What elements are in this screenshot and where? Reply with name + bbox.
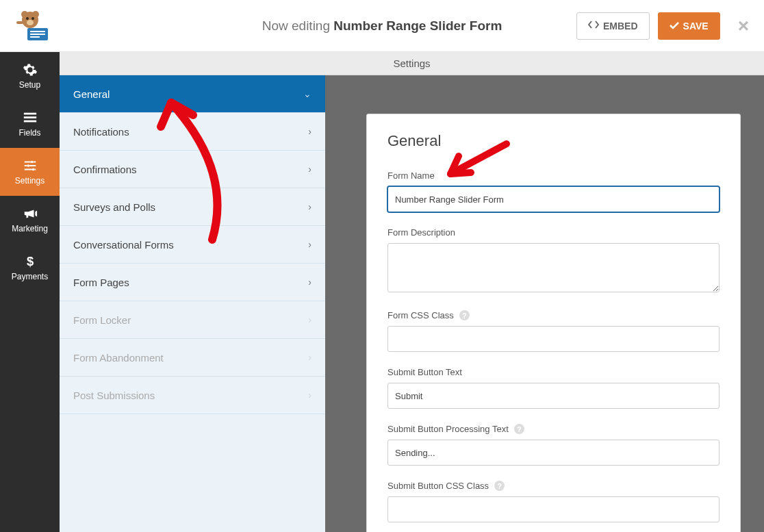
nav-payments[interactable]: $ Payments — [0, 244, 60, 292]
svg-point-14 — [30, 161, 33, 164]
chevron-right-icon: › — [308, 277, 311, 288]
save-label: SAVE — [683, 21, 709, 31]
nav-setup[interactable]: Setup — [0, 52, 60, 100]
main: Setup Fields Settings Marketing $ Paymen… — [0, 52, 764, 532]
general-panel: General Form Name Form Description Form … — [366, 114, 741, 532]
settings-item-label: Surveys and Polls — [73, 201, 155, 213]
field-submit-css-class: Submit Button CSS Class ? — [387, 481, 720, 522]
settings-item-notifications[interactable]: Notifications › — [60, 113, 325, 151]
svg-rect-3 — [30, 36, 40, 38]
svg-rect-2 — [30, 34, 45, 35]
embed-button[interactable]: EMBED — [576, 12, 650, 40]
nav-settings[interactable]: Settings — [0, 148, 60, 196]
logo — [12, 9, 53, 43]
svg-point-7 — [26, 17, 29, 20]
left-nav: Setup Fields Settings Marketing $ Paymen… — [0, 52, 60, 532]
form-name-input[interactable] — [387, 186, 720, 212]
chevron-right-icon: › — [308, 352, 311, 363]
top-bar: Now editing Number Range Slider Form EMB… — [0, 0, 764, 52]
submit-text-input[interactable] — [387, 383, 720, 409]
list-icon — [23, 110, 38, 125]
chevron-right-icon: › — [308, 239, 311, 250]
nav-label: Setup — [19, 80, 40, 90]
settings-item-form-locker[interactable]: Form Locker › — [60, 301, 325, 339]
help-icon[interactable]: ? — [514, 424, 524, 434]
check-icon — [670, 21, 679, 31]
submit-css-class-input[interactable] — [387, 496, 720, 522]
close-icon[interactable]: × — [728, 15, 752, 37]
nav-label: Settings — [15, 176, 44, 186]
form-css-class-input[interactable] — [387, 326, 720, 352]
settings-item-label: Confirmations — [73, 164, 137, 175]
form-css-class-label: Form CSS Class — [387, 310, 454, 320]
settings-item-confirmations[interactable]: Confirmations › — [60, 151, 325, 188]
svg-rect-1 — [30, 31, 45, 32]
field-form-name: Form Name — [387, 170, 720, 212]
settings-item-label: Form Pages — [73, 277, 129, 288]
form-title: Number Range Slider Form — [333, 18, 502, 33]
settings-list: General ⌄ Notifications › Confirmations … — [60, 75, 325, 532]
top-actions: EMBED SAVE × — [576, 12, 752, 40]
bullhorn-icon — [23, 206, 38, 221]
svg-rect-12 — [23, 116, 36, 118]
nav-label: Payments — [12, 272, 48, 281]
dollar-icon: $ — [23, 254, 38, 269]
embed-label: EMBED — [603, 21, 638, 31]
gear-icon — [23, 62, 38, 77]
svg-point-5 — [21, 11, 28, 18]
panel-title: General — [387, 132, 720, 150]
settings-item-form-abandonment[interactable]: Form Abandonment › — [60, 339, 325, 377]
nav-label: Marketing — [12, 224, 48, 233]
form-description-input[interactable] — [387, 243, 720, 292]
submit-processing-input[interactable] — [387, 440, 720, 466]
save-button[interactable]: SAVE — [658, 12, 720, 40]
settings-item-label: Conversational Forms — [73, 239, 174, 251]
chevron-right-icon: › — [308, 314, 311, 325]
chevron-down-icon: ⌄ — [303, 88, 311, 99]
chevron-right-icon: › — [308, 201, 311, 212]
settings-item-label: Form Abandonment — [73, 352, 164, 364]
nav-marketing[interactable]: Marketing — [0, 196, 60, 244]
chevron-right-icon: › — [308, 164, 311, 175]
field-form-description: Form Description — [387, 227, 720, 295]
nav-label: Fields — [18, 128, 40, 138]
settings-item-general[interactable]: General ⌄ — [60, 75, 325, 113]
panel-area: General Form Name Form Description Form … — [325, 75, 764, 532]
field-submit-processing: Submit Button Processing Text ? — [387, 424, 720, 466]
svg-rect-13 — [23, 121, 36, 123]
settings-item-surveys[interactable]: Surveys and Polls › — [60, 188, 325, 226]
svg-point-8 — [31, 17, 34, 20]
svg-text:$: $ — [26, 254, 33, 268]
submit-text-label: Submit Button Text — [387, 367, 720, 377]
svg-rect-11 — [23, 113, 36, 115]
chevron-right-icon: › — [308, 126, 311, 137]
editing-title: Now editing Number Range Slider Form — [262, 18, 502, 34]
field-submit-text: Submit Button Text — [387, 367, 720, 409]
sliders-icon — [23, 158, 38, 173]
svg-point-15 — [27, 164, 29, 167]
settings-item-label: Notifications — [73, 126, 129, 138]
editing-prefix: Now editing — [262, 18, 330, 33]
svg-point-6 — [32, 11, 39, 18]
body-row: General ⌄ Notifications › Confirmations … — [60, 75, 764, 532]
submit-css-class-label: Submit Button CSS Class — [387, 481, 489, 491]
settings-item-conversational[interactable]: Conversational Forms › — [60, 226, 325, 264]
settings-item-label: Post Submissions — [73, 390, 155, 401]
svg-point-9 — [27, 20, 34, 25]
chevron-right-icon: › — [308, 390, 311, 401]
nav-fields[interactable]: Fields — [0, 100, 60, 148]
field-form-css-class: Form CSS Class ? — [387, 310, 720, 352]
form-description-label: Form Description — [387, 227, 720, 238]
svg-point-16 — [31, 168, 34, 171]
settings-item-form-pages[interactable]: Form Pages › — [60, 264, 325, 301]
settings-item-post-submissions[interactable]: Post Submissions › — [60, 377, 325, 414]
svg-rect-10 — [16, 21, 23, 24]
help-icon[interactable]: ? — [494, 481, 505, 491]
help-icon[interactable]: ? — [459, 310, 470, 320]
content: Settings General ⌄ Notifications › Confi… — [60, 52, 764, 532]
code-icon — [588, 20, 599, 31]
sub-header: Settings — [60, 52, 764, 75]
form-name-label: Form Name — [387, 170, 720, 181]
settings-item-label: General — [73, 88, 110, 100]
settings-item-label: Form Locker — [73, 314, 131, 326]
